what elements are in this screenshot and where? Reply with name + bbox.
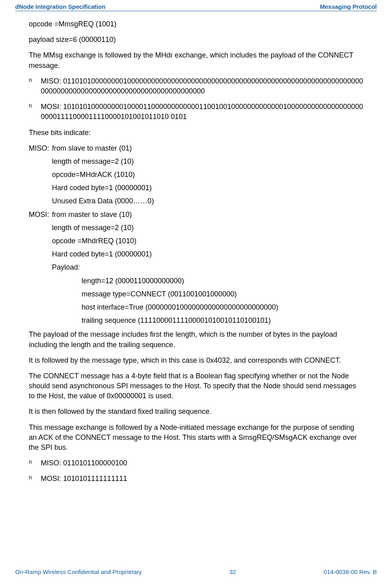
mosi-line-5: Payload: — [52, 262, 364, 272]
bullet-miso-bits: n MISO: 01101010000000010000000000000000… — [29, 76, 364, 96]
mosi-short-text: MOSI: 1010101111111111 — [41, 474, 364, 484]
bullet-marker: n — [29, 474, 41, 484]
mosi-line-3: opcode =MhdrREQ (1010) — [52, 236, 364, 246]
payload-hostiface: host interface=True (0000000100000000000… — [82, 302, 364, 312]
page-header: dNode Integration Specification Messagin… — [0, 0, 392, 11]
miso-line-3: opcode=MHdrACK (1010) — [52, 170, 364, 180]
footer-left: On-Ramp Wireless Confidential and Propri… — [15, 568, 142, 575]
mosi-bits-text: MOSI: 1010101000000001000011000000000000… — [41, 102, 364, 122]
miso-line-1: from slave to master (01) — [52, 143, 132, 153]
bullet-mosi-short: n MOSI: 1010101111111111 — [29, 474, 364, 484]
bullet-marker: n — [29, 76, 41, 96]
miso-bits-text: MISO: 0110101000000001000000000000000000… — [41, 76, 364, 96]
paragraph-node-initiated: This message exchange is followed by a N… — [29, 423, 364, 453]
paragraph-mmsg-exchange: The MMsg exchange is followed by the MHd… — [29, 50, 364, 70]
mosi-line-1: from master to slave (10) — [52, 210, 132, 220]
opcode-line: opcode =MmsgREQ (1001) — [29, 19, 364, 29]
content-area: opcode =MmsgREQ (1001) payload size=6 (0… — [0, 19, 392, 484]
footer-right: 014-0038-00 Rev. B — [324, 568, 377, 575]
header-left: dNode Integration Specification — [15, 3, 105, 10]
miso-label: MISO: — [29, 143, 52, 153]
mosi-label: MOSI: — [29, 210, 52, 220]
header-rule — [15, 11, 377, 11]
header-right: Messaging Protocol — [320, 3, 377, 10]
paragraph-msgtype: It is followed by the message type, whic… — [29, 356, 364, 365]
payload-trailing: trailing sequence (111100001111000010100… — [82, 316, 364, 326]
footer-page-number: 32 — [229, 568, 236, 575]
payload-length: length=12 (0000110000000000) — [82, 276, 364, 286]
payload-size-line: payload size=6 (00000110) — [29, 35, 364, 45]
paragraph-payload-length: The payload of the message includes firs… — [29, 330, 364, 350]
paragraph-connect-flag: The CONNECT message has a 4-byte field t… — [29, 371, 364, 401]
page-footer: On-Ramp Wireless Confidential and Propri… — [0, 568, 392, 575]
miso-short-text: MISO: 0110101100000100 — [41, 458, 364, 468]
miso-def: MISO: from slave to master (01) — [29, 143, 364, 153]
miso-line-4: Hard coded byte=1 (00000001) — [52, 183, 364, 193]
miso-line-5: Unused Extra Data (0000……0) — [52, 196, 364, 206]
paragraph-trailing: It is then followed by the standard fixe… — [29, 407, 364, 417]
bullet-marker: n — [29, 458, 41, 468]
bullet-marker: n — [29, 102, 41, 122]
mosi-def: MOSI: from master to slave (10) — [29, 210, 364, 220]
bullet-miso-short: n MISO: 0110101100000100 — [29, 458, 364, 468]
bullet-mosi-bits: n MOSI: 10101010000000010000110000000000… — [29, 102, 364, 122]
bits-indicate-line: These bits indicate: — [29, 128, 364, 138]
payload-msgtype: message type=CONNECT (0011001001000000) — [82, 289, 364, 299]
page: dNode Integration Specification Messagin… — [0, 0, 392, 584]
mosi-line-4: Hard coded byte=1 (00000001) — [52, 249, 364, 259]
miso-line-2: length of message=2 (10) — [52, 157, 364, 167]
mosi-line-2: length of message=2 (10) — [52, 223, 364, 233]
